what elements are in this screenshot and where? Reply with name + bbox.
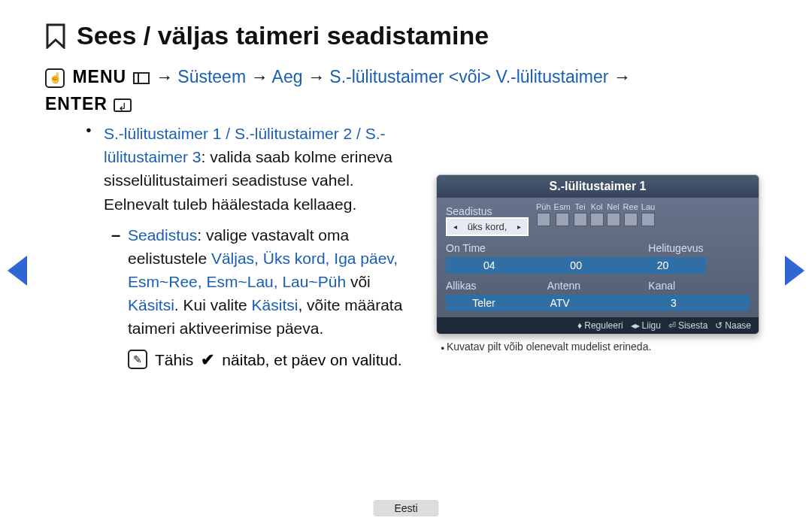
menu-label: MENU [72, 67, 126, 86]
day-tue[interactable]: Tei [574, 202, 587, 226]
ontime-min[interactable]: 00 [532, 257, 619, 274]
check-icon: ✔ [201, 347, 214, 372]
footer-move: ◂▸Liigu [631, 320, 661, 331]
footer-return: ↺Naase [715, 320, 751, 331]
breadcrumb: ☝ MENU → Süsteem → Aeg → S.-lülitustaime… [45, 64, 767, 117]
main-bullet: S.-lülitustaimer 1 / S.-lülitustaimer 2 … [83, 122, 418, 215]
day-wed[interactable]: Kol [590, 202, 604, 226]
day-sun[interactable]: Püh [536, 202, 551, 226]
next-page-arrow[interactable] [785, 256, 804, 286]
language-badge: Eesti [373, 500, 438, 516]
osd-footer: ♦Reguleeri ◂▸Liigu ⏎Sisesta ↺Naase [437, 317, 759, 334]
return-icon: ↺ [715, 320, 723, 331]
day-mon[interactable]: Esm [554, 202, 571, 226]
page-title: Sees / väljas taimeri seadistamine [77, 21, 489, 50]
day-thu[interactable]: Nel [607, 202, 620, 226]
bookmark-icon [45, 23, 66, 49]
note-row: ✎ Tähis ✔ näitab, et päev on valitud. [83, 347, 418, 372]
menu-icon [133, 72, 150, 84]
touch-icon: ☝ [45, 68, 65, 88]
leftright-icon: ◂▸ [631, 320, 640, 331]
osd-title: S.-lülitustaimer 1 [437, 175, 759, 198]
setup-select[interactable]: ◂ üks kord, ▸ [446, 217, 529, 236]
note-icon: ✎ [128, 350, 147, 369]
path-step-timer: S.-lülitustaimer <või> V.-lülitustaimer [329, 67, 608, 86]
path-step-time: Aeg [272, 67, 303, 86]
ontime-label: On Time [446, 242, 648, 256]
ontime-hour[interactable]: 04 [446, 257, 532, 274]
chevron-left-icon: ◂ [453, 225, 457, 229]
source-label: Allikas [446, 280, 547, 293]
path-step-system: Süsteem [177, 67, 246, 86]
updown-icon: ♦ [577, 320, 582, 331]
prev-page-arrow[interactable] [8, 256, 27, 286]
enter-icon [114, 98, 132, 112]
footer-adjust: ♦Reguleeri [577, 320, 623, 331]
chevron-right-icon: ▸ [517, 225, 521, 229]
volume-label: Helitugevus [648, 242, 750, 256]
channel-value[interactable]: 3 [598, 295, 750, 311]
channel-label: Kanal [648, 280, 750, 293]
sub-bullet-seadistus: Seadistus: valige vastavalt oma eelistus… [83, 223, 418, 340]
enter-small-icon: ⏎ [668, 320, 676, 331]
antenna-value[interactable]: ATV [522, 295, 598, 311]
day-fri[interactable]: Ree [623, 202, 638, 226]
source-value[interactable]: Teler [446, 295, 522, 311]
osd-caption: Kuvatav pilt võib olenevalt mudelist eri… [436, 341, 767, 353]
setup-label: Seadistus [446, 205, 529, 217]
osd-panel: S.-lülitustaimer 1 Seadistus ◂ üks kord,… [436, 174, 759, 335]
footer-enter: ⏎Sisesta [668, 320, 707, 331]
enter-label: ENTER [45, 94, 108, 114]
volume-value[interactable]: 20 [620, 257, 706, 274]
setup-value: üks kord, [468, 221, 508, 232]
antenna-label: Antenn [547, 280, 649, 293]
day-sat[interactable]: Lau [641, 202, 655, 226]
